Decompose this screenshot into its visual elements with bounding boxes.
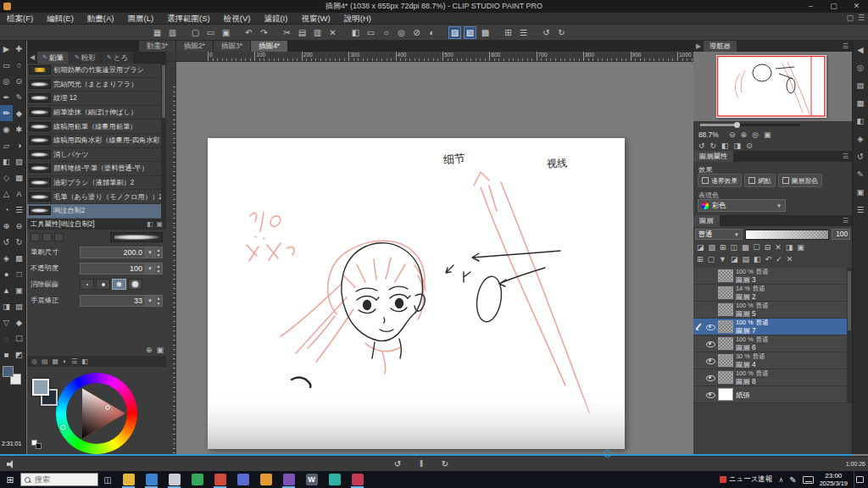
tool-lasso[interactable]: ○	[13, 57, 25, 73]
word-app-icon[interactable]: W	[300, 471, 323, 488]
blend-mode-dropdown[interactable]: 普通 ▼	[695, 229, 743, 240]
flip-vertical-icon[interactable]: ◨	[734, 141, 742, 150]
snap-grid-icon[interactable]: ▩	[479, 26, 492, 39]
current-color-swatch[interactable]	[32, 379, 49, 396]
menu-item[interactable]: 檢視(V)	[217, 13, 258, 25]
navigator-menu-icon[interactable]: ☰	[843, 41, 849, 52]
document-tab[interactable]: 動畫3*	[139, 41, 175, 52]
menu-item[interactable]: 說明(H)	[337, 13, 378, 25]
layer-row[interactable]: 100 %普通 圖層 3	[693, 268, 847, 285]
document-tab[interactable]: 插圖4*	[251, 41, 287, 52]
tool-operation[interactable]: ▶	[0, 41, 13, 57]
tool-rotate-left[interactable]: ↺	[0, 234, 13, 250]
tool-tone[interactable]: ▩	[13, 250, 25, 266]
property-pin-icon[interactable]: ▣	[156, 219, 163, 230]
timeline-panel-icon[interactable]: ☰	[853, 201, 868, 219]
music-app-icon[interactable]	[323, 471, 346, 488]
layer-opacity-slider[interactable]	[745, 230, 829, 240]
browser-icon[interactable]	[140, 471, 163, 488]
new-layer-icon[interactable]: ⊞	[697, 255, 704, 263]
layer-row[interactable]: 100 %普通 圖層 8	[693, 369, 847, 386]
brush-size-dropdown-icon[interactable]: ▼	[146, 247, 155, 258]
color-wheel-tab-icon[interactable]: ◎	[31, 358, 37, 365]
tool-move[interactable]: ✚	[13, 41, 25, 57]
tool-down[interactable]: ▽	[0, 314, 13, 330]
subtool-tab[interactable]: ✎ とろ	[102, 52, 133, 64]
effect-toggle-button[interactable]: 網點	[744, 174, 776, 187]
subtool-item[interactable]: 油彩ブラシ（液體筆刷）2	[27, 176, 166, 191]
menu-item[interactable]: 視窗(W)	[294, 13, 337, 25]
layer-opacity-value[interactable]: 100	[832, 229, 850, 240]
layer-visibility-toggle[interactable]	[705, 305, 715, 315]
show-all-settings-icon[interactable]: ▣	[156, 346, 164, 354]
menu-item[interactable]: 選擇範圍(S)	[160, 13, 217, 25]
maximize-button[interactable]: ▢	[822, 0, 845, 13]
layer-thumbnail[interactable]	[718, 320, 733, 333]
workspace-switch-icon[interactable]: ▢	[846, 14, 854, 22]
main-color-chips[interactable]	[3, 366, 25, 388]
layer-property-tab[interactable]: 圖層屬性	[693, 151, 733, 162]
clip-to-layer-icon[interactable]: ◪	[697, 243, 704, 252]
transfer-down-icon[interactable]: ▼	[719, 255, 726, 263]
reference-layer-icon[interactable]: ☐	[754, 243, 760, 252]
tool-balloon[interactable]: ◔	[0, 202, 13, 218]
opacity-dropdown-icon[interactable]: ▼	[146, 263, 155, 274]
opacity-spinner[interactable]: ▲▼	[155, 263, 163, 274]
fill-icon[interactable]: ◧	[349, 26, 362, 39]
aa-none-button[interactable]	[80, 279, 94, 290]
menu-item[interactable]: 編輯(E)	[40, 13, 81, 25]
menu-item[interactable]: 檔案(F)	[0, 13, 40, 25]
layer-row[interactable]: 100 %普通 圖層 7	[693, 319, 847, 336]
document-tab[interactable]: 插圖2*	[176, 41, 213, 52]
tool-text[interactable]: A	[13, 186, 25, 202]
aa-medium-button[interactable]	[112, 279, 126, 290]
file-explorer-icon[interactable]	[117, 471, 140, 488]
save-icon[interactable]: ▣	[220, 26, 232, 39]
palette-dock-icon[interactable]: ☰	[858, 14, 865, 22]
tool-eyedropper[interactable]: ✒	[0, 89, 13, 105]
cut-icon[interactable]: ✂	[281, 26, 293, 39]
drawing-canvas[interactable]	[208, 138, 625, 449]
brush-size-spinner[interactable]: ▲▼	[155, 247, 163, 258]
minimize-button[interactable]: –	[799, 0, 822, 13]
grid-icon[interactable]: ⊞	[502, 26, 515, 39]
subtool-item[interactable]: 初期効果の竹葉遠景用ブラシ	[27, 64, 166, 78]
sv-marker[interactable]	[105, 405, 110, 410]
add-to-preset-icon[interactable]: ⊕	[146, 346, 153, 354]
tool-decoration[interactable]: ✱	[13, 121, 25, 137]
layer-panel-menu-icon[interactable]: ☰	[843, 215, 849, 226]
navigator-zoom-slider[interactable]	[700, 124, 800, 126]
set-ruler-icon[interactable]: ▩	[742, 243, 749, 252]
two-pane-icon[interactable]: ⊟	[765, 243, 771, 252]
touch-keyboard-icon[interactable]	[803, 476, 814, 484]
rotate-left-icon[interactable]: ↺	[540, 26, 553, 39]
zoom-in-icon[interactable]: ⊕	[741, 130, 748, 139]
workspace-grid-icon[interactable]: ▦	[151, 26, 164, 39]
navigator-thumbnail[interactable]	[716, 55, 826, 118]
layer-row[interactable]: 100 %普通 圖層 6	[693, 336, 847, 352]
clip-studio-icon[interactable]	[163, 471, 186, 488]
clear-icon[interactable]: ✕	[775, 243, 782, 252]
menu-item[interactable]: 圖層(L)	[120, 13, 160, 25]
select-lasso-icon[interactable]: ○	[380, 26, 392, 39]
tool-eraser[interactable]: ▱	[0, 137, 13, 153]
collapse-right-icon[interactable]: ▶	[693, 41, 704, 52]
subtool-tab[interactable]: ✎ 鉛筆	[37, 52, 69, 64]
tool-panel[interactable]: ▣	[13, 282, 25, 298]
layer-visibility-toggle[interactable]	[705, 322, 715, 332]
paste-icon[interactable]: ▥	[311, 26, 324, 39]
color-history-tab-icon[interactable]: ☰	[71, 358, 77, 365]
taskbar-search[interactable]	[20, 473, 98, 486]
aa-weak-button[interactable]	[96, 279, 110, 290]
tool-material[interactable]: ◈	[0, 250, 13, 266]
windows-ink-icon[interactable]: ✎	[789, 475, 796, 485]
layer-thumbnail[interactable]	[718, 337, 733, 350]
new-file-icon[interactable]: ▢	[189, 26, 202, 39]
color-set-panel-icon[interactable]: ▦	[853, 94, 868, 112]
document-tab[interactable]: 插圖3*	[214, 41, 250, 52]
tool-ruler[interactable]: △	[0, 186, 13, 202]
subtool-item[interactable]: 消しバケツ	[27, 148, 166, 163]
rotate-right-icon[interactable]: ↻	[710, 141, 717, 150]
saturation-value-triangle[interactable]	[56, 373, 137, 454]
notes-app-icon[interactable]	[254, 471, 277, 488]
